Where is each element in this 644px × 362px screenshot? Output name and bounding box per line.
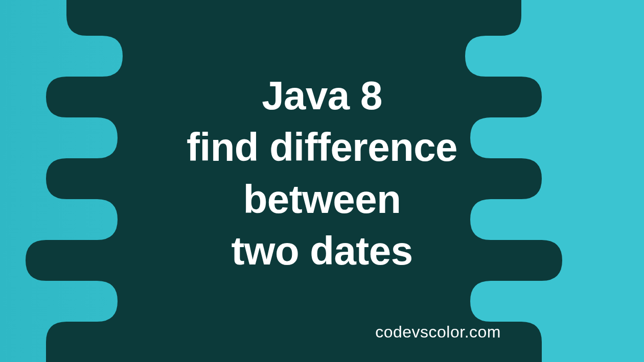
title-line-2: find difference (187, 125, 457, 170)
banner-title: Java 8 find difference between two dates (31, 70, 613, 277)
title-line-1: Java 8 (262, 73, 382, 118)
title-line-3: between (243, 177, 401, 222)
hero-banner: Java 8 find difference between two dates… (0, 0, 644, 362)
attribution-text: codevscolor.com (375, 323, 501, 342)
banner-content: Java 8 find difference between two dates (0, 85, 644, 277)
title-line-4: two dates (231, 228, 412, 273)
